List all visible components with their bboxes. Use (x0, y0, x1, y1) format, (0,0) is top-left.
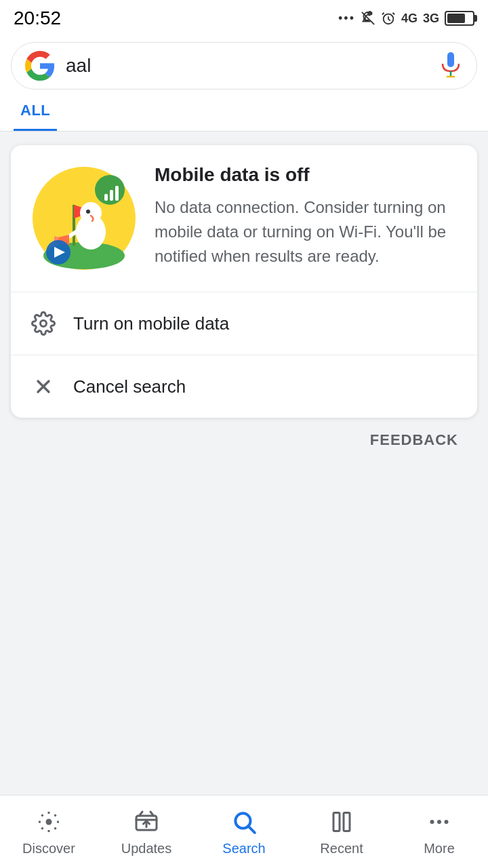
svg-line-30 (41, 827, 43, 829)
nav-item-discover[interactable]: Discover (0, 807, 98, 856)
main-content: Mobile data is off No data connection. C… (0, 132, 488, 476)
bottom-nav: Discover Updates Search (0, 795, 488, 868)
nav-item-updates[interactable]: Updates (98, 807, 195, 856)
card-description: No data connection. Consider turning on … (155, 195, 458, 269)
tab-all[interactable]: ALL (14, 90, 57, 131)
svg-line-28 (41, 814, 43, 816)
mic-icon[interactable] (439, 51, 463, 81)
status-icons: ••• 4G 3G (338, 11, 474, 26)
svg-point-15 (95, 175, 125, 205)
dots-icon: ••• (338, 12, 355, 26)
svg-rect-38 (344, 813, 350, 831)
svg-rect-2 (447, 52, 454, 67)
nav-label-search: Search (222, 841, 265, 856)
mute-icon (361, 11, 375, 26)
card-top: Mobile data is off No data connection. C… (11, 145, 477, 292)
gear-icon (30, 310, 57, 337)
search-bar-container: aal (0, 34, 488, 90)
status-bar: 20:52 ••• 4G 3G (0, 0, 488, 34)
cancel-search-label: Cancel search (73, 376, 186, 397)
svg-line-36 (249, 827, 255, 833)
tabs-container: ALL (0, 90, 488, 132)
battery-icon (445, 11, 474, 26)
search-bar[interactable]: aal (11, 42, 477, 90)
turn-on-mobile-data-label: Turn on mobile data (73, 313, 229, 334)
close-icon (30, 373, 57, 400)
nav-item-search[interactable]: Search (195, 807, 293, 856)
svg-point-39 (430, 820, 434, 824)
card-title: Mobile data is off (155, 164, 458, 186)
nav-label-updates: Updates (121, 841, 172, 856)
svg-point-21 (41, 321, 47, 327)
search-input[interactable]: aal (66, 55, 428, 77)
svg-rect-16 (104, 194, 108, 201)
feedback-container: FEEDBACK (11, 418, 477, 462)
more-icon (424, 807, 454, 837)
nav-item-more[interactable]: More (390, 807, 488, 856)
nav-label-discover: Discover (22, 841, 75, 856)
svg-line-31 (54, 814, 56, 816)
card-info: Mobile data is off No data connection. C… (155, 164, 458, 269)
turn-on-mobile-data-action[interactable]: Turn on mobile data (11, 292, 477, 355)
svg-line-29 (54, 827, 56, 829)
nav-label-recent: Recent (320, 841, 363, 856)
svg-point-10 (80, 202, 102, 224)
updates-icon (131, 807, 161, 837)
cancel-search-action[interactable]: Cancel search (11, 355, 477, 418)
alarm-icon (381, 11, 396, 26)
nav-label-more: More (424, 841, 455, 856)
svg-rect-37 (333, 813, 340, 831)
svg-point-40 (437, 820, 441, 824)
nav-item-recent[interactable]: Recent (293, 807, 390, 856)
no-data-illustration (30, 164, 138, 273)
google-logo (25, 51, 55, 81)
search-nav-icon (229, 807, 259, 837)
feedback-button[interactable]: FEEDBACK (370, 431, 458, 449)
result-card: Mobile data is off No data connection. C… (11, 145, 477, 418)
svg-point-41 (445, 820, 449, 824)
svg-point-11 (86, 210, 90, 214)
discover-icon (34, 807, 64, 837)
svg-point-32 (46, 819, 52, 825)
recent-icon (327, 807, 357, 837)
signal-4g-icon: 4G (401, 12, 418, 26)
status-time: 20:52 (14, 7, 61, 29)
svg-rect-17 (110, 190, 113, 201)
signal-3g-icon: 3G (423, 12, 439, 26)
svg-rect-18 (115, 186, 119, 201)
